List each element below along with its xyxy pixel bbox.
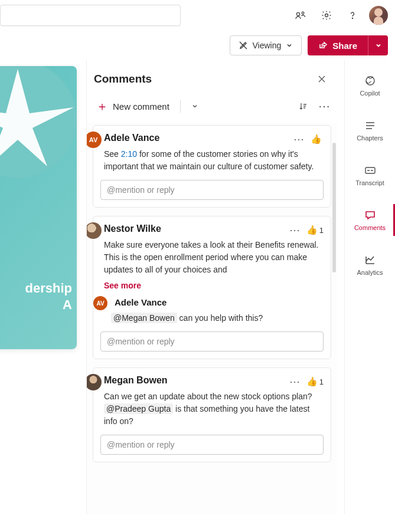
comment-card: Nestor Wilke ⋯ 👍 1 Make sure everyone ta…: [93, 216, 331, 359]
rail-label: Analytics: [357, 269, 383, 276]
avatar[interactable]: [369, 6, 388, 25]
avatar: [87, 374, 102, 390]
avatar: AV: [87, 132, 102, 148]
timestamp-link[interactable]: 2:10: [121, 149, 137, 159]
svg-rect-7: [365, 168, 375, 173]
comment-reply: AV Adele Vance @Megan Bowen can you help…: [111, 297, 324, 324]
plus-icon: ＋: [96, 100, 108, 112]
thumb-icon: 👍: [306, 376, 318, 387]
chevron-down-icon: [286, 42, 293, 49]
svg-point-2: [325, 14, 328, 17]
pencil-slash-icon: [239, 41, 248, 50]
rail-label: Copilot: [360, 90, 380, 97]
rail-item-transcript[interactable]: Transcript: [345, 162, 395, 189]
preview-title: dership A: [0, 280, 77, 314]
svg-point-3: [352, 18, 352, 18]
help-icon[interactable]: [343, 6, 362, 25]
comments-list: AV Adele Vance ⋯ 👍 See 2:10 for some of …: [87, 123, 337, 514]
search-input[interactable]: [0, 5, 181, 26]
new-comment-button[interactable]: ＋ New comment: [90, 97, 175, 116]
like-count: 1: [319, 226, 324, 235]
share-icon: [318, 41, 328, 50]
chapters-icon: [364, 119, 377, 132]
share-dropdown-button[interactable]: [368, 35, 388, 55]
rail-item-chapters[interactable]: Chapters: [345, 117, 395, 144]
svg-point-0: [296, 12, 299, 15]
viewing-button[interactable]: Viewing: [230, 35, 302, 55]
comment-more-button[interactable]: ⋯: [291, 132, 307, 147]
scrollbar[interactable]: [332, 143, 336, 272]
reply-input[interactable]: [100, 435, 324, 455]
close-icon: [317, 74, 327, 84]
comment-more-button[interactable]: ⋯: [287, 222, 303, 238]
avatar: [87, 222, 102, 239]
chevron-down-icon: [375, 42, 382, 49]
new-comment-label: New comment: [113, 101, 169, 111]
rail-label: Chapters: [357, 134, 383, 142]
comment-body: See 2:10 for some of the customer storie…: [104, 148, 324, 173]
sort-button[interactable]: [293, 97, 312, 116]
share-button[interactable]: Share: [308, 35, 368, 55]
like-button[interactable]: 👍 1: [306, 225, 324, 235]
rail-item-copilot[interactable]: Copilot: [345, 72, 395, 99]
comment-author: Adele Vance: [115, 297, 167, 307]
chevron-down-icon: [191, 103, 198, 110]
comments-title: Comments: [94, 73, 152, 86]
sort-icon: [298, 101, 308, 111]
rail-label: Transcript: [355, 179, 384, 186]
copilot-icon: [364, 74, 377, 87]
mention-chip[interactable]: @Megan Bowen: [111, 313, 177, 323]
see-more-button[interactable]: See more: [104, 281, 324, 290]
svg-point-1: [302, 12, 304, 14]
share-label: Share: [332, 41, 357, 51]
comments-pane: Comments ＋ New comment ⋯: [86, 60, 337, 514]
comment-card: Megan Bowen ⋯ 👍 1 Can we get an update a…: [93, 367, 331, 462]
more-options-button[interactable]: ⋯: [315, 97, 334, 116]
thumb-icon: 👍: [311, 134, 322, 145]
analytics-icon: [364, 254, 377, 267]
avatar: AV: [93, 296, 107, 310]
gear-icon[interactable]: [317, 6, 336, 25]
like-count: 1: [319, 377, 324, 386]
svg-point-6: [366, 77, 374, 85]
rail-item-comments[interactable]: Comments: [345, 206, 395, 234]
comment-author: Adele Vance: [104, 133, 159, 143]
comment-body: Make sure everyone takes a look at their…: [104, 239, 324, 276]
right-rail: Copilot Chapters Transcript Comments Ana…: [344, 60, 395, 514]
comment-author: Megan Bowen: [104, 375, 168, 386]
reply-input[interactable]: [100, 180, 324, 200]
like-button[interactable]: 👍 1: [306, 376, 324, 387]
new-comment-dropdown[interactable]: [185, 97, 204, 116]
divider: [180, 100, 181, 113]
comment-more-button[interactable]: ⋯: [287, 374, 303, 389]
close-button[interactable]: [314, 71, 330, 87]
transcript-icon: [364, 164, 377, 177]
mention-chip[interactable]: @Pradeep Gupta: [104, 403, 173, 414]
comment-card: AV Adele Vance ⋯ 👍 See 2:10 for some of …: [93, 125, 331, 208]
rail-label: Comments: [354, 224, 386, 231]
content-preview: dership A: [0, 66, 77, 349]
like-button[interactable]: 👍: [311, 134, 324, 145]
rail-item-analytics[interactable]: Analytics: [345, 251, 395, 278]
people-icon[interactable]: [291, 6, 310, 25]
comment-body: @Megan Bowen can you help with this?: [111, 312, 324, 324]
reply-input[interactable]: [100, 331, 324, 352]
viewing-label: Viewing: [253, 41, 282, 50]
comments-icon: [364, 209, 377, 222]
comment-author: Nestor Wilke: [104, 224, 161, 234]
comment-body: Can we get an update about the new stock…: [104, 390, 324, 428]
thumb-icon: 👍: [306, 225, 318, 235]
